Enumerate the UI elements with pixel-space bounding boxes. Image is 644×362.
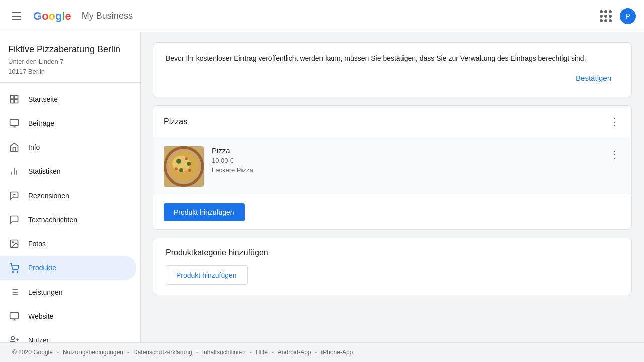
footer-inhaltsrichtlinien[interactable]: Inhaltsrichtlinien — [202, 349, 246, 356]
section-title-pizzas: Pizzas — [164, 117, 187, 126]
info-store-icon — [8, 141, 20, 153]
notice-card: Bevor Ihr kostenloser Eintrag veröffentl… — [153, 42, 632, 97]
notice-text: Bevor Ihr kostenloser Eintrag veröffentl… — [166, 53, 619, 64]
svg-point-37 — [185, 157, 188, 160]
sidebar-item-nutzer[interactable]: Nutzer — [0, 328, 136, 342]
user-avatar[interactable]: P — [620, 8, 636, 24]
sidebar-label-nutzer: Nutzer — [28, 336, 49, 342]
footer-copyright: © 2020 Google — [12, 349, 53, 356]
home-icon — [8, 93, 20, 105]
website-icon — [8, 310, 20, 322]
sidebar-item-beitraege[interactable]: Beiträge — [0, 111, 136, 135]
header: Google My Business P — [0, 0, 644, 32]
business-name: Fiktive Pizzaberatung Berlin — [8, 44, 132, 55]
svg-rect-0 — [11, 96, 14, 99]
users-icon — [8, 334, 20, 342]
products-icon — [8, 262, 20, 274]
main-layout: Fiktive Pizzaberatung Berlin Unter den L… — [0, 32, 644, 342]
svg-rect-3 — [15, 100, 18, 103]
sidebar-label-produkte: Produkte — [28, 264, 56, 272]
sidebar-item-leistungen[interactable]: Leistungen — [0, 280, 136, 304]
bestatigen-button[interactable]: Bestätigen — [568, 70, 619, 86]
svg-point-32 — [176, 159, 181, 164]
main-content: Bevor Ihr kostenloser Eintrag veröffentl… — [141, 32, 644, 342]
svg-rect-2 — [11, 100, 14, 103]
sidebar-item-startseite[interactable]: Startseite — [0, 87, 136, 111]
hamburger-menu-icon[interactable] — [8, 8, 25, 24]
svg-point-25 — [11, 337, 15, 340]
add-category-card: Produktkategorie hinzufügen Produkt hinz… — [153, 238, 632, 295]
sidebar-item-website[interactable]: Website — [0, 304, 136, 328]
footer-nutzungsbedingungen[interactable]: Nutzungsbedingungen — [63, 349, 123, 356]
footer-iphone-app[interactable]: iPhone-App — [321, 349, 353, 356]
svg-point-15 — [17, 272, 18, 273]
product-section-card: Pizzas ⋮ — [153, 105, 632, 230]
add-product-section: Produkt hinzufügen — [153, 195, 631, 229]
svg-rect-4 — [10, 120, 19, 126]
svg-point-13 — [12, 242, 13, 243]
sidebar-label-leistungen: Leistungen — [28, 288, 63, 296]
product-more-icon[interactable]: ⋮ — [607, 146, 621, 162]
sidebar-label-fotos: Fotos — [28, 240, 46, 248]
section-more-icon[interactable]: ⋮ — [607, 114, 621, 130]
sidebar-label-startseite: Startseite — [28, 95, 58, 103]
sidebar-label-beitraege: Beiträge — [28, 119, 54, 127]
app-title: My Business — [82, 11, 133, 21]
sidebar-item-textnachrichten[interactable]: Textnachrichten — [0, 208, 136, 232]
sidebar-item-fotos[interactable]: Fotos — [0, 232, 136, 256]
grid-dots — [600, 10, 612, 22]
svg-rect-1 — [15, 96, 18, 99]
sidebar-label-rezensionen: Rezensionen — [28, 192, 69, 200]
footer-datenschutz[interactable]: Datenschutzerklärung — [133, 349, 192, 356]
messages-icon — [8, 214, 20, 226]
product-item: Pizza 10,00 € Leckere Pizza ⋮ — [153, 138, 631, 195]
svg-point-14 — [13, 272, 14, 273]
svg-rect-22 — [10, 313, 19, 319]
sidebar-label-info: Info — [28, 143, 40, 151]
svg-point-36 — [188, 169, 191, 172]
add-product-outline-button[interactable]: Produkt hinzufügen — [166, 265, 248, 285]
add-category-title: Produktkategorie hinzufügen — [166, 248, 619, 257]
product-image — [164, 146, 204, 187]
product-name: Pizza — [212, 146, 607, 155]
business-address: Unter den Linden 7 10117 Berlin — [8, 57, 132, 76]
sidebar-label-textnachrichten: Textnachrichten — [28, 216, 77, 224]
stats-icon — [8, 165, 20, 177]
apps-grid-icon[interactable] — [596, 6, 616, 26]
sidebar-item-info[interactable]: Info — [0, 135, 136, 159]
notice-action-area: Bestätigen — [166, 70, 619, 86]
add-product-button[interactable]: Produkt hinzufügen — [164, 203, 245, 221]
svg-point-35 — [175, 167, 178, 170]
product-details: Pizza 10,00 € Leckere Pizza — [204, 146, 607, 174]
product-item-actions: ⋮ — [607, 146, 621, 162]
svg-point-33 — [187, 162, 191, 166]
services-icon — [8, 286, 20, 298]
sidebar-label-website: Website — [28, 312, 53, 320]
header-left: Google My Business — [8, 8, 133, 24]
product-section-header: Pizzas ⋮ — [153, 106, 631, 138]
google-logo: Google — [33, 10, 71, 23]
sidebar-label-statistiken: Statistiken — [28, 167, 61, 175]
footer-android-app[interactable]: Android-App — [278, 349, 311, 356]
posts-icon — [8, 117, 20, 129]
photos-icon — [8, 238, 20, 250]
reviews-icon — [8, 190, 20, 202]
sidebar-item-rezensionen[interactable]: Rezensionen — [0, 184, 136, 208]
product-price: 10,00 € — [212, 157, 607, 164]
business-info: Fiktive Pizzaberatung Berlin Unter den L… — [0, 36, 140, 83]
svg-point-34 — [179, 168, 183, 172]
product-description: Leckere Pizza — [212, 166, 607, 174]
sidebar-item-statistiken[interactable]: Statistiken — [0, 159, 136, 184]
footer-hilfe[interactable]: Hilfe — [256, 349, 268, 356]
sidebar-item-produkte[interactable]: Produkte — [0, 256, 136, 280]
sidebar: Fiktive Pizzaberatung Berlin Unter den L… — [0, 32, 141, 342]
header-right: P — [596, 6, 636, 26]
footer: © 2020 Google - Nutzungsbedingungen - Da… — [0, 342, 644, 362]
